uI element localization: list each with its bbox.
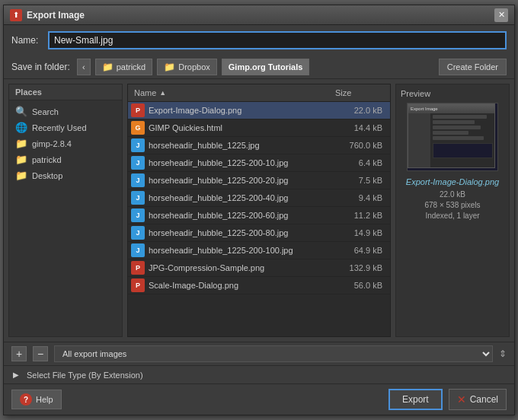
preview-info: 22.0 kB 678 × 538 pixels Indexed, 1 laye… <box>424 189 480 221</box>
file-name: Export-Image-Dialog.png <box>149 106 326 115</box>
cancel-button[interactable]: ✕ Cancel <box>449 389 507 410</box>
preview-row <box>433 136 484 140</box>
file-name: JPG-Compression-Sample.png <box>149 263 326 272</box>
file-size: 22.0 kB <box>326 106 387 115</box>
action-bar: ? Help Export ✕ Cancel <box>4 383 514 415</box>
dialog-icon: ⬆ <box>10 9 22 21</box>
main-area: Places 🔍 Search 🌐 Recently Used 📁 gimp-2… <box>4 79 514 342</box>
export-image-dialog: ⬆ Export Image ✕ Name: Save in folder: ‹… <box>3 5 515 415</box>
file-thumbnail: J <box>131 156 145 170</box>
breadcrumb-patrickd-label: patrickd <box>117 62 146 72</box>
file-size: 7.5 kB <box>326 176 387 185</box>
folder-patrickd-icon: 📁 <box>15 154 27 165</box>
preview-canvas <box>433 143 493 158</box>
filter-select[interactable]: All export images All files <box>54 345 493 362</box>
folder-row: Save in folder: ‹ 📁 patrickd 📁 Dropbox G… <box>4 56 514 79</box>
file-item[interactable]: J horseheadir_hubble_1225-200-60.jpg 11.… <box>128 207 390 224</box>
col-header-size[interactable]: Size <box>329 87 390 99</box>
filename-input[interactable] <box>48 31 507 49</box>
file-thumbnail: J <box>131 208 145 222</box>
file-type-label: Select File Type (By Extension) <box>27 371 143 380</box>
places-header: Places <box>9 84 122 100</box>
file-thumbnail: J <box>131 173 145 187</box>
file-size: 760.0 kB <box>326 141 387 150</box>
file-size: 14.9 kB <box>326 228 387 237</box>
file-name: horseheadir_hubble_1225-200-10.jpg <box>149 158 326 167</box>
filter-arrow: ⇕ <box>499 348 507 359</box>
breadcrumb-active-label: Gimp.org Tutorials <box>229 62 303 72</box>
file-item[interactable]: J horseheadir_hubble_1225-200-80.jpg 14.… <box>128 224 390 242</box>
file-thumbnail: J <box>131 243 145 257</box>
nav-back-button[interactable]: ‹ <box>77 59 91 75</box>
recently-used-icon: 🌐 <box>15 122 27 133</box>
help-label: Help <box>36 395 53 404</box>
place-item-desktop[interactable]: 📁 Desktop <box>9 167 122 183</box>
help-icon: ? <box>20 393 32 406</box>
file-item[interactable]: J horseheadir_hubble_1225-200-100.jpg 64… <box>128 242 390 259</box>
file-thumbnail: G <box>131 121 145 135</box>
file-name: horseheadir_hubble_1225-200-60.jpg <box>149 211 326 220</box>
export-button[interactable]: Export <box>388 389 443 410</box>
files-list: P Export-Image-Dialog.png 22.0 kB G GIMP… <box>128 102 390 336</box>
file-thumbnail: P <box>131 261 145 275</box>
place-item-patrickd[interactable]: 📁 patrickd <box>9 151 122 167</box>
file-size: 14.4 kB <box>326 123 387 132</box>
help-button[interactable]: ? Help <box>11 390 62 409</box>
folder-gimp-icon: 📁 <box>15 138 27 149</box>
expand-file-type-button[interactable]: ▶ <box>11 369 21 380</box>
breadcrumb-patrickd[interactable]: 📁 patrickd <box>95 59 153 75</box>
dialog-title: Export Image <box>27 10 85 21</box>
file-name: horseheadir_hubble_1225.jpg <box>149 141 326 150</box>
place-gimp-label: gimp-2.8.4 <box>32 139 72 148</box>
preview-panel: Preview Export Image <box>395 84 510 337</box>
files-header: Name ▲ Size <box>128 84 390 102</box>
preview-filename: Export-Image-Dialog.png <box>406 177 499 186</box>
title-bar: ⬆ Export Image ✕ <box>4 5 514 25</box>
file-item[interactable]: J horseheadir_hubble_1225-200-20.jpg 7.5… <box>128 172 390 189</box>
close-button[interactable]: ✕ <box>494 8 508 22</box>
file-name: horseheadir_hubble_1225-200-20.jpg <box>149 176 326 185</box>
places-list: 🔍 Search 🌐 Recently Used 📁 gimp-2.8.4 📁 … <box>9 100 122 336</box>
place-desktop-label: Desktop <box>32 171 62 180</box>
file-name: GIMP Quickies.html <box>149 123 326 132</box>
file-name: horseheadir_hubble_1225-200-100.jpg <box>149 246 326 255</box>
file-size: 56.0 kB <box>326 281 387 290</box>
place-recently-used-label: Recently Used <box>32 123 87 132</box>
file-item[interactable]: P Export-Image-Dialog.png 22.0 kB <box>128 102 390 119</box>
folder-icon: 📁 <box>102 62 114 72</box>
breadcrumb-dropbox[interactable]: 📁 Dropbox <box>157 59 217 75</box>
preview-row <box>433 131 468 135</box>
places-panel: Places 🔍 Search 🌐 Recently Used 📁 gimp-2… <box>8 84 123 337</box>
file-size: 132.9 kB <box>326 263 387 272</box>
file-item[interactable]: P JPG-Compression-Sample.png 132.9 kB <box>128 259 390 277</box>
file-item[interactable]: P Scale-Image-Dialog.png 56.0 kB <box>128 277 390 294</box>
add-place-button[interactable]: + <box>11 346 27 361</box>
action-buttons: Export ✕ Cancel <box>388 389 507 410</box>
preview-body <box>408 113 494 167</box>
file-size: 6.4 kB <box>326 158 387 167</box>
file-size: 11.2 kB <box>326 211 387 220</box>
search-icon: 🔍 <box>15 106 27 117</box>
file-item[interactable]: J horseheadir_hubble_1225-200-40.jpg 9.4… <box>128 189 390 207</box>
breadcrumb-gimp-tutorials[interactable]: Gimp.org Tutorials <box>222 59 310 75</box>
folder-icon-2: 📁 <box>164 62 175 72</box>
file-type-row: ▶ Select File Type (By Extension) <box>4 365 514 383</box>
create-folder-button[interactable]: Create Folder <box>439 59 507 75</box>
file-item[interactable]: G GIMP Quickies.html 14.4 kB <box>128 119 390 137</box>
remove-place-button[interactable]: − <box>33 346 48 361</box>
preview-row <box>433 115 487 119</box>
title-bar-left: ⬆ Export Image <box>10 9 85 21</box>
name-row: Name: <box>4 25 514 56</box>
file-item[interactable]: J horseheadir_hubble_1225.jpg 760.0 kB <box>128 137 390 154</box>
preview-label: Preview <box>401 89 430 98</box>
preview-main <box>431 113 494 167</box>
name-label: Name: <box>11 35 42 46</box>
col-header-name[interactable]: Name ▲ <box>128 87 329 99</box>
file-thumbnail: P <box>131 278 145 292</box>
preview-screenshot: Export Image <box>408 103 495 168</box>
place-item-search[interactable]: 🔍 Search <box>9 103 122 119</box>
place-item-gimp[interactable]: 📁 gimp-2.8.4 <box>9 135 122 151</box>
file-thumbnail: J <box>131 226 145 240</box>
place-item-recently-used[interactable]: 🌐 Recently Used <box>9 119 122 135</box>
file-item[interactable]: J horseheadir_hubble_1225-200-10.jpg 6.4… <box>128 154 390 172</box>
